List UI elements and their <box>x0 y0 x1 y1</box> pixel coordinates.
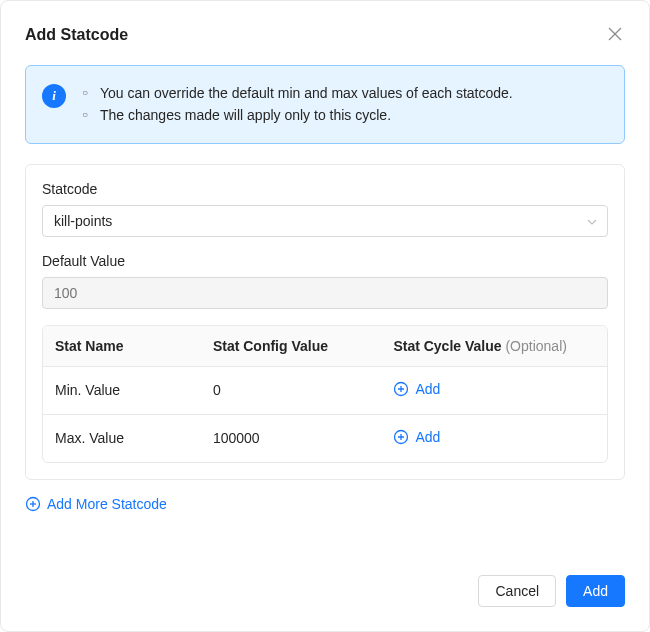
info-alert: i You can override the default min and m… <box>25 65 625 144</box>
statcode-select[interactable] <box>42 205 608 237</box>
default-value-label: Default Value <box>42 253 608 269</box>
th-cycle-value: Stat Cycle Value (Optional) <box>381 326 607 367</box>
info-icon: i <box>42 84 66 108</box>
table-row: Max. Value 100000 Add <box>43 415 607 462</box>
cell-config-value: 100000 <box>201 415 381 462</box>
info-content: You can override the default min and max… <box>82 82 513 127</box>
add-max-cycle-value-button[interactable]: Add <box>393 429 440 445</box>
add-min-cycle-value-button[interactable]: Add <box>393 381 440 397</box>
statcode-label: Statcode <box>42 181 608 197</box>
cell-stat-name: Max. Value <box>43 415 201 462</box>
modal-footer: Cancel Add <box>25 575 625 607</box>
th-stat-name: Stat Name <box>43 326 201 367</box>
modal-header: Add Statcode <box>25 25 625 45</box>
add-statcode-modal: Add Statcode i You can override the defa… <box>0 0 650 632</box>
default-value-field-group: Default Value <box>42 253 608 309</box>
plus-circle-icon <box>393 381 409 397</box>
plus-circle-icon <box>393 429 409 445</box>
cell-cycle-value: Add <box>381 367 607 415</box>
close-icon <box>608 27 622 44</box>
add-button[interactable]: Add <box>566 575 625 607</box>
statcode-select-wrap <box>42 205 608 237</box>
modal-title: Add Statcode <box>25 26 128 44</box>
plus-circle-icon <box>25 496 41 512</box>
add-more-statcode-label: Add More Statcode <box>47 496 167 512</box>
th-config-value: Stat Config Value <box>201 326 381 367</box>
default-value-input <box>42 277 608 309</box>
cell-config-value: 0 <box>201 367 381 415</box>
info-line-1: You can override the default min and max… <box>82 82 513 104</box>
cell-cycle-value: Add <box>381 415 607 462</box>
add-more-statcode-wrap: Add More Statcode <box>25 496 625 515</box>
stat-values-table: Stat Name Stat Config Value Stat Cycle V… <box>42 325 608 463</box>
statcode-field-group: Statcode <box>42 181 608 237</box>
cancel-button[interactable]: Cancel <box>478 575 556 607</box>
table-row: Min. Value 0 Add <box>43 367 607 415</box>
add-link-label: Add <box>415 381 440 397</box>
add-more-statcode-button[interactable]: Add More Statcode <box>25 496 167 512</box>
info-line-2: The changes made will apply only to this… <box>82 104 513 126</box>
th-cycle-value-text: Stat Cycle Value <box>393 338 501 354</box>
close-button[interactable] <box>605 25 625 45</box>
add-link-label: Add <box>415 429 440 445</box>
statcode-form-section: Statcode Default Value Stat Name Stat Co… <box>25 164 625 480</box>
th-optional-suffix: (Optional) <box>502 338 567 354</box>
cell-stat-name: Min. Value <box>43 367 201 415</box>
